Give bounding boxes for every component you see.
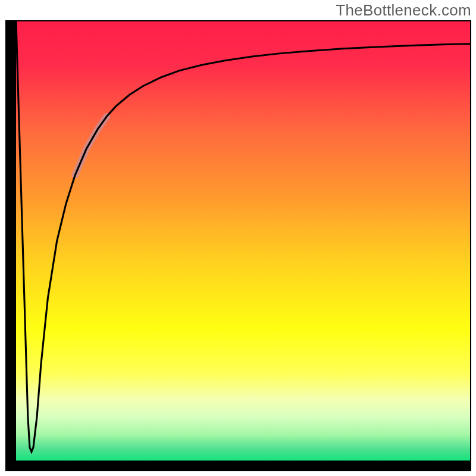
plot-area — [16, 21, 470, 461]
curve-line — [16, 21, 470, 452]
chart-border — [5, 20, 471, 471]
curve-layer — [16, 21, 470, 461]
chart-frame: TheBottleneck.com — [0, 0, 476, 476]
watermark-text: TheBottleneck.com — [336, 1, 471, 20]
